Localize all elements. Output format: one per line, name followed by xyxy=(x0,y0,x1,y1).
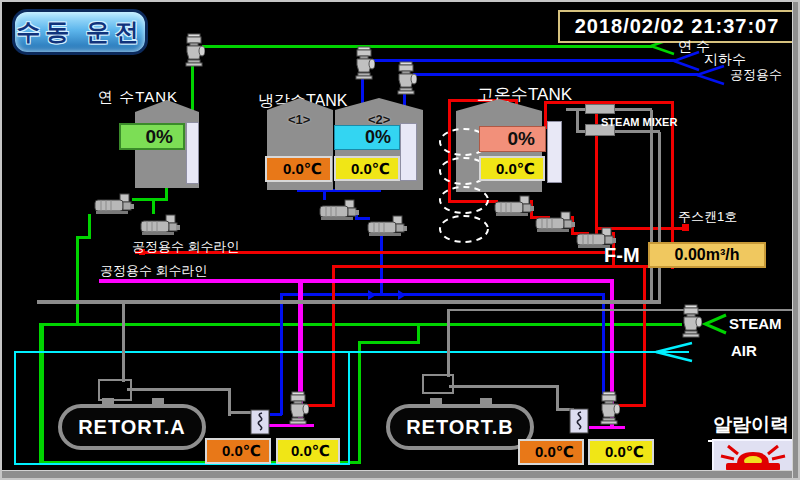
pipe xyxy=(37,300,661,304)
flow-direction-arrow xyxy=(398,290,406,300)
window-border-bottom xyxy=(2,470,798,478)
hot-tank-temp-value: 0.0℃ xyxy=(496,160,535,178)
valve-icon[interactable] xyxy=(395,61,417,101)
steam-label: STEAM xyxy=(729,315,782,332)
cooling-tank1-temp: 0.0℃ xyxy=(265,156,332,182)
valve-icon[interactable] xyxy=(287,391,309,431)
pipe xyxy=(39,323,44,464)
pipe xyxy=(280,293,283,415)
soft-tank-level-gauge xyxy=(186,122,199,184)
retort-b-temp2: 0.0℃ xyxy=(588,439,654,465)
alarm-beacon-icon xyxy=(718,444,788,472)
valve-icon[interactable] xyxy=(183,33,205,73)
pipe xyxy=(358,341,361,464)
pipe xyxy=(270,413,282,416)
retort-b-temp1: 0.0℃ xyxy=(518,439,584,465)
pipe xyxy=(191,66,194,114)
cooling-tank2-level-value: 0% xyxy=(365,127,391,148)
pump-icon[interactable] xyxy=(576,226,616,254)
datetime-display: 2018/02/02 21:37:07 xyxy=(558,10,796,43)
pipe xyxy=(658,132,661,302)
heat-exchanger-coil-icon xyxy=(250,409,270,439)
pipe xyxy=(40,323,682,326)
cooling-tank2-level-gauge xyxy=(400,123,417,181)
retort-b-vessel[interactable]: RETORT.B xyxy=(386,404,534,450)
cooling-tank1-tag: <1> xyxy=(288,112,310,127)
pipe xyxy=(413,73,698,76)
cooling-tank1-temp-value: 0.0℃ xyxy=(283,160,322,178)
hot-tank-level-gauge xyxy=(547,121,562,183)
retort-b-temp2-value: 0.0℃ xyxy=(605,443,644,461)
retort-b-temp1-value: 0.0℃ xyxy=(535,443,574,461)
pump-icon[interactable] xyxy=(140,213,180,241)
manual-mode-button[interactable]: 수동 운전 xyxy=(12,9,148,55)
pipe xyxy=(643,265,646,407)
pipe xyxy=(122,302,125,382)
cooling-tank2-temp-value: 0.0℃ xyxy=(351,160,390,178)
pipe xyxy=(358,341,420,344)
valve-icon[interactable] xyxy=(680,304,702,344)
pipe xyxy=(280,293,605,296)
valve-icon[interactable] xyxy=(598,391,620,431)
pipe xyxy=(650,110,653,302)
datetime-text: 2018/02/02 21:37:07 xyxy=(575,15,780,38)
cooling-tank2-temp: 0.0℃ xyxy=(334,156,400,181)
flow-meter-display: 0.00m³/h xyxy=(648,242,766,268)
hmi-screen: 수동 운전 2018/02/02 21:37:07 연 수 지하수 공정용수 연… xyxy=(0,0,800,480)
hot-tank-temp: 0.0℃ xyxy=(479,156,545,181)
retort-a-temp1-value: 0.0℃ xyxy=(222,442,261,460)
steam-mixer-label: STEAM MIXER xyxy=(601,116,677,128)
hot-tank-level-bar: 0% xyxy=(479,126,546,152)
pipe xyxy=(576,108,579,133)
pipe xyxy=(417,323,420,343)
pump-icon[interactable] xyxy=(319,198,359,226)
pipe xyxy=(307,404,335,407)
valve-icon[interactable] xyxy=(353,46,375,86)
pipe xyxy=(348,351,350,465)
pipe xyxy=(15,351,689,353)
pipe xyxy=(617,404,645,407)
soft-tank-level-bar: 0% xyxy=(119,123,185,150)
air-label: AIR xyxy=(731,342,757,359)
pipe xyxy=(14,351,16,465)
pump-icon[interactable] xyxy=(535,210,575,238)
heat-exchanger-coil-icon xyxy=(569,408,589,438)
air-branch-icon xyxy=(652,341,694,363)
manual-mode-label: 수동 운전 xyxy=(16,16,144,48)
hot-tank-level-value: 0% xyxy=(508,128,535,150)
flow-direction-arrow xyxy=(368,290,376,300)
retort-a-temp1: 0.0℃ xyxy=(205,438,271,464)
steam-arrow-icon xyxy=(702,313,728,335)
pipe xyxy=(132,198,168,201)
pipe xyxy=(332,265,335,407)
pump-icon[interactable] xyxy=(494,194,534,222)
pipe xyxy=(449,385,559,388)
flow-meter-value: 0.00m³/h xyxy=(675,246,740,264)
pump-icon[interactable] xyxy=(94,192,134,220)
window-border-right xyxy=(792,2,798,478)
pump-icon[interactable] xyxy=(367,214,407,242)
juice-line-label: 주스캔1호 xyxy=(678,208,737,226)
retort-a-temp2: 0.0℃ xyxy=(276,438,340,464)
retort-a-vessel[interactable]: RETORT.A xyxy=(58,404,206,450)
pipe xyxy=(448,309,792,311)
pipe xyxy=(127,388,231,391)
pipe xyxy=(202,45,652,48)
alarm-history-link[interactable]: 알람이력 xyxy=(708,412,794,442)
retort-a-name: RETORT.A xyxy=(78,416,186,439)
retort-a-temp2-value: 0.0℃ xyxy=(291,442,330,460)
cooling-tank2-level-bar: 0% xyxy=(334,125,400,150)
pipe xyxy=(447,309,450,377)
pipe-junction-box xyxy=(422,374,454,394)
steam-mixer-icon xyxy=(585,104,615,114)
soft-tank-level-value: 0% xyxy=(146,126,173,148)
recovery-line-2-label: 공정용수 회수라인 xyxy=(100,262,208,280)
supply-label-process-water: 공정용수 xyxy=(730,66,782,84)
retort-b-name: RETORT.B xyxy=(406,416,514,439)
pipe xyxy=(76,236,79,326)
